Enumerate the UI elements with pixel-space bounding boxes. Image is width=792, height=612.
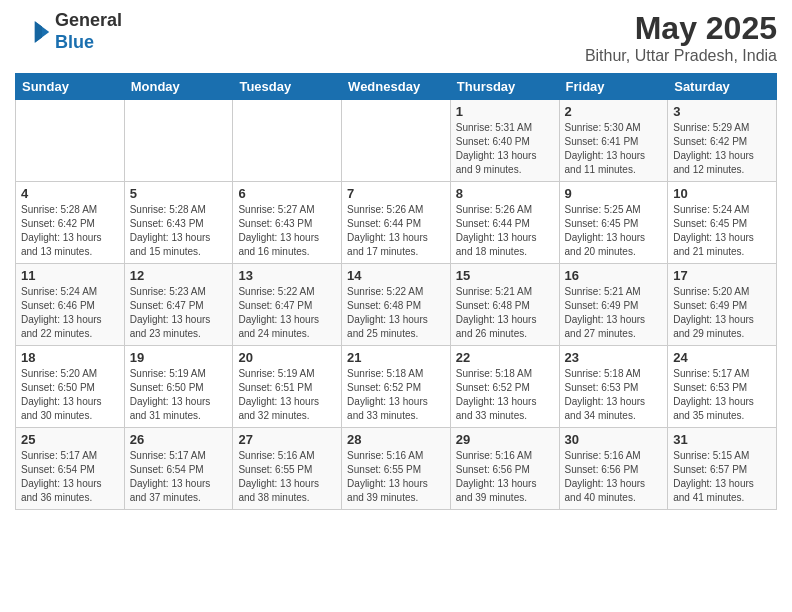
week-row-2: 4Sunrise: 5:28 AM Sunset: 6:42 PM Daylig… [16, 182, 777, 264]
day-number: 12 [130, 268, 228, 283]
day-cell-1-2: 6Sunrise: 5:27 AM Sunset: 6:43 PM Daylig… [233, 182, 342, 264]
day-cell-3-2: 20Sunrise: 5:19 AM Sunset: 6:51 PM Dayli… [233, 346, 342, 428]
day-number: 16 [565, 268, 663, 283]
logo-general: General [55, 10, 122, 32]
calendar-header-row: Sunday Monday Tuesday Wednesday Thursday… [16, 74, 777, 100]
day-info: Sunrise: 5:17 AM Sunset: 6:54 PM Dayligh… [130, 449, 228, 505]
week-row-3: 11Sunrise: 5:24 AM Sunset: 6:46 PM Dayli… [16, 264, 777, 346]
day-info: Sunrise: 5:26 AM Sunset: 6:44 PM Dayligh… [456, 203, 554, 259]
day-info: Sunrise: 5:29 AM Sunset: 6:42 PM Dayligh… [673, 121, 771, 177]
page: General Blue May 2025 Bithur, Uttar Prad… [0, 0, 792, 520]
svg-marker-1 [35, 21, 42, 43]
day-info: Sunrise: 5:24 AM Sunset: 6:46 PM Dayligh… [21, 285, 119, 341]
day-number: 31 [673, 432, 771, 447]
day-cell-1-4: 8Sunrise: 5:26 AM Sunset: 6:44 PM Daylig… [450, 182, 559, 264]
day-info: Sunrise: 5:23 AM Sunset: 6:47 PM Dayligh… [130, 285, 228, 341]
col-sunday: Sunday [16, 74, 125, 100]
day-number: 25 [21, 432, 119, 447]
col-saturday: Saturday [668, 74, 777, 100]
day-number: 13 [238, 268, 336, 283]
day-cell-0-5: 2Sunrise: 5:30 AM Sunset: 6:41 PM Daylig… [559, 100, 668, 182]
col-tuesday: Tuesday [233, 74, 342, 100]
day-number: 5 [130, 186, 228, 201]
day-info: Sunrise: 5:18 AM Sunset: 6:52 PM Dayligh… [456, 367, 554, 423]
day-number: 3 [673, 104, 771, 119]
day-info: Sunrise: 5:17 AM Sunset: 6:54 PM Dayligh… [21, 449, 119, 505]
day-number: 30 [565, 432, 663, 447]
day-cell-2-2: 13Sunrise: 5:22 AM Sunset: 6:47 PM Dayli… [233, 264, 342, 346]
day-cell-0-6: 3Sunrise: 5:29 AM Sunset: 6:42 PM Daylig… [668, 100, 777, 182]
day-number: 1 [456, 104, 554, 119]
logo-icon [15, 14, 51, 50]
day-info: Sunrise: 5:31 AM Sunset: 6:40 PM Dayligh… [456, 121, 554, 177]
day-cell-0-1 [124, 100, 233, 182]
day-number: 10 [673, 186, 771, 201]
day-info: Sunrise: 5:26 AM Sunset: 6:44 PM Dayligh… [347, 203, 445, 259]
col-thursday: Thursday [450, 74, 559, 100]
day-info: Sunrise: 5:17 AM Sunset: 6:53 PM Dayligh… [673, 367, 771, 423]
day-info: Sunrise: 5:15 AM Sunset: 6:57 PM Dayligh… [673, 449, 771, 505]
month-year-title: May 2025 [585, 10, 777, 47]
day-info: Sunrise: 5:30 AM Sunset: 6:41 PM Dayligh… [565, 121, 663, 177]
day-cell-3-4: 22Sunrise: 5:18 AM Sunset: 6:52 PM Dayli… [450, 346, 559, 428]
day-cell-0-0 [16, 100, 125, 182]
day-number: 11 [21, 268, 119, 283]
week-row-1: 1Sunrise: 5:31 AM Sunset: 6:40 PM Daylig… [16, 100, 777, 182]
day-cell-4-3: 28Sunrise: 5:16 AM Sunset: 6:55 PM Dayli… [342, 428, 451, 510]
col-friday: Friday [559, 74, 668, 100]
day-info: Sunrise: 5:16 AM Sunset: 6:56 PM Dayligh… [456, 449, 554, 505]
day-number: 23 [565, 350, 663, 365]
day-info: Sunrise: 5:21 AM Sunset: 6:48 PM Dayligh… [456, 285, 554, 341]
day-cell-2-4: 15Sunrise: 5:21 AM Sunset: 6:48 PM Dayli… [450, 264, 559, 346]
day-info: Sunrise: 5:18 AM Sunset: 6:52 PM Dayligh… [347, 367, 445, 423]
day-info: Sunrise: 5:19 AM Sunset: 6:51 PM Dayligh… [238, 367, 336, 423]
day-cell-0-4: 1Sunrise: 5:31 AM Sunset: 6:40 PM Daylig… [450, 100, 559, 182]
day-number: 7 [347, 186, 445, 201]
day-cell-4-2: 27Sunrise: 5:16 AM Sunset: 6:55 PM Dayli… [233, 428, 342, 510]
day-cell-4-5: 30Sunrise: 5:16 AM Sunset: 6:56 PM Dayli… [559, 428, 668, 510]
col-monday: Monday [124, 74, 233, 100]
day-info: Sunrise: 5:28 AM Sunset: 6:43 PM Dayligh… [130, 203, 228, 259]
day-info: Sunrise: 5:21 AM Sunset: 6:49 PM Dayligh… [565, 285, 663, 341]
day-number: 18 [21, 350, 119, 365]
day-number: 15 [456, 268, 554, 283]
day-info: Sunrise: 5:22 AM Sunset: 6:48 PM Dayligh… [347, 285, 445, 341]
day-cell-3-3: 21Sunrise: 5:18 AM Sunset: 6:52 PM Dayli… [342, 346, 451, 428]
day-cell-1-3: 7Sunrise: 5:26 AM Sunset: 6:44 PM Daylig… [342, 182, 451, 264]
day-number: 26 [130, 432, 228, 447]
day-info: Sunrise: 5:16 AM Sunset: 6:56 PM Dayligh… [565, 449, 663, 505]
title-block: May 2025 Bithur, Uttar Pradesh, India [585, 10, 777, 65]
day-info: Sunrise: 5:16 AM Sunset: 6:55 PM Dayligh… [347, 449, 445, 505]
day-cell-0-3 [342, 100, 451, 182]
week-row-4: 18Sunrise: 5:20 AM Sunset: 6:50 PM Dayli… [16, 346, 777, 428]
day-info: Sunrise: 5:28 AM Sunset: 6:42 PM Dayligh… [21, 203, 119, 259]
day-cell-4-1: 26Sunrise: 5:17 AM Sunset: 6:54 PM Dayli… [124, 428, 233, 510]
day-number: 4 [21, 186, 119, 201]
day-cell-2-1: 12Sunrise: 5:23 AM Sunset: 6:47 PM Dayli… [124, 264, 233, 346]
day-info: Sunrise: 5:27 AM Sunset: 6:43 PM Dayligh… [238, 203, 336, 259]
day-number: 6 [238, 186, 336, 201]
day-cell-4-6: 31Sunrise: 5:15 AM Sunset: 6:57 PM Dayli… [668, 428, 777, 510]
day-number: 29 [456, 432, 554, 447]
day-info: Sunrise: 5:20 AM Sunset: 6:49 PM Dayligh… [673, 285, 771, 341]
header: General Blue May 2025 Bithur, Uttar Prad… [15, 10, 777, 65]
day-cell-2-5: 16Sunrise: 5:21 AM Sunset: 6:49 PM Dayli… [559, 264, 668, 346]
day-number: 28 [347, 432, 445, 447]
day-cell-4-0: 25Sunrise: 5:17 AM Sunset: 6:54 PM Dayli… [16, 428, 125, 510]
day-cell-1-0: 4Sunrise: 5:28 AM Sunset: 6:42 PM Daylig… [16, 182, 125, 264]
day-cell-1-1: 5Sunrise: 5:28 AM Sunset: 6:43 PM Daylig… [124, 182, 233, 264]
logo: General Blue [15, 10, 122, 53]
day-cell-3-6: 24Sunrise: 5:17 AM Sunset: 6:53 PM Dayli… [668, 346, 777, 428]
day-info: Sunrise: 5:16 AM Sunset: 6:55 PM Dayligh… [238, 449, 336, 505]
day-info: Sunrise: 5:25 AM Sunset: 6:45 PM Dayligh… [565, 203, 663, 259]
day-number: 2 [565, 104, 663, 119]
day-cell-2-3: 14Sunrise: 5:22 AM Sunset: 6:48 PM Dayli… [342, 264, 451, 346]
day-info: Sunrise: 5:18 AM Sunset: 6:53 PM Dayligh… [565, 367, 663, 423]
day-number: 20 [238, 350, 336, 365]
logo-blue: Blue [55, 32, 122, 54]
day-cell-0-2 [233, 100, 342, 182]
col-wednesday: Wednesday [342, 74, 451, 100]
day-number: 21 [347, 350, 445, 365]
day-number: 24 [673, 350, 771, 365]
day-cell-1-6: 10Sunrise: 5:24 AM Sunset: 6:45 PM Dayli… [668, 182, 777, 264]
